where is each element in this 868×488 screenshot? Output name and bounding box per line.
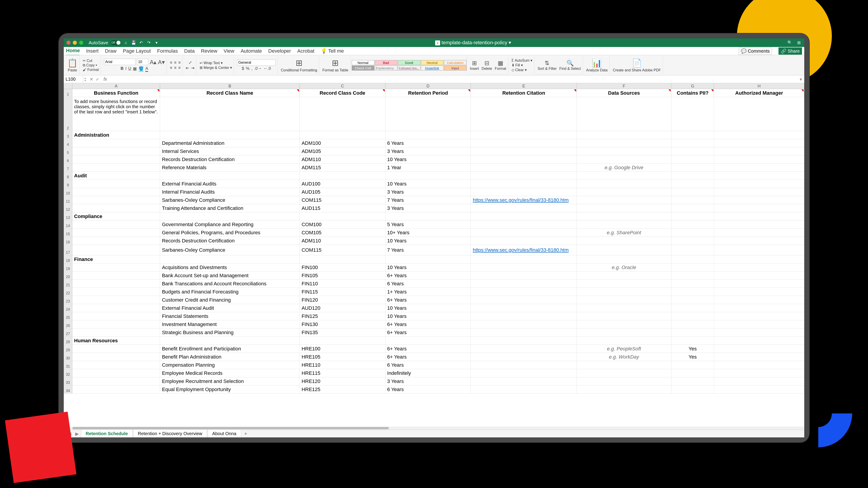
cell[interactable]: ADM110 bbox=[300, 156, 385, 163]
cell[interactable]: Audit bbox=[72, 172, 160, 180]
cell[interactable] bbox=[72, 188, 160, 196]
cell[interactable]: 6 Years bbox=[385, 139, 471, 147]
cell[interactable] bbox=[671, 172, 714, 180]
row-header[interactable]: 20 bbox=[64, 271, 72, 280]
row-header[interactable]: 11 bbox=[64, 196, 72, 204]
wrap-text-button[interactable]: ↩ Wrap Text ▾ bbox=[199, 61, 222, 65]
cell[interactable]: Yes bbox=[671, 345, 714, 353]
cell[interactable] bbox=[300, 172, 385, 180]
cell[interactable]: Finance bbox=[72, 255, 160, 263]
grid-row[interactable]: 3Administration bbox=[64, 131, 804, 139]
grid-row[interactable]: 25Financial StatementsFIN12510 Years bbox=[64, 312, 804, 320]
sheet-nav-prev-icon[interactable]: ▶ bbox=[73, 431, 81, 436]
align-bot-icon[interactable]: ≡ bbox=[178, 60, 181, 65]
cell[interactable] bbox=[714, 131, 804, 139]
row-header[interactable]: 30 bbox=[64, 353, 72, 361]
grid-row[interactable]: 15General Policies, Programs, and Proced… bbox=[64, 229, 804, 237]
style-hyperlink[interactable]: Hyperlink bbox=[421, 66, 443, 70]
clear-button[interactable]: ◇ Clear ▾ bbox=[512, 68, 527, 72]
cell[interactable] bbox=[671, 377, 714, 385]
cell[interactable] bbox=[471, 263, 577, 271]
col-header[interactable]: A bbox=[72, 83, 160, 89]
row-header[interactable]: 6 bbox=[64, 156, 72, 163]
tell-me[interactable]: 💡 Tell me bbox=[321, 47, 344, 55]
cell[interactable]: Reference Materials bbox=[160, 164, 300, 171]
cell[interactable] bbox=[714, 312, 804, 320]
cell[interactable] bbox=[671, 328, 714, 336]
cell[interactable] bbox=[471, 345, 577, 353]
cell[interactable] bbox=[714, 221, 804, 228]
border-button[interactable]: ▦ bbox=[133, 66, 137, 72]
dec-dec-icon[interactable]: ←.0 bbox=[264, 66, 271, 71]
cell[interactable] bbox=[577, 361, 671, 369]
table-header-cell[interactable]: Contains PII? bbox=[671, 89, 714, 97]
cell[interactable] bbox=[577, 147, 671, 155]
cell[interactable] bbox=[577, 337, 671, 345]
row-header[interactable]: 23 bbox=[64, 296, 72, 304]
cell[interactable]: FIN125 bbox=[300, 312, 385, 320]
cell[interactable]: FIN105 bbox=[300, 271, 385, 280]
tab-draw[interactable]: Draw bbox=[105, 47, 116, 55]
grid-row[interactable]: 19Acquisitions and DivestmentsFIN10010 Y… bbox=[64, 263, 804, 271]
tab-automate[interactable]: Automate bbox=[241, 47, 262, 55]
cell[interactable] bbox=[385, 255, 471, 263]
cell[interactable]: 10 Years bbox=[385, 180, 471, 188]
cell[interactable]: Equal Employment Opportunity bbox=[160, 385, 300, 393]
grid-row[interactable]: 26Investment ManagementFIN1306+ Years bbox=[64, 320, 804, 328]
cell[interactable] bbox=[671, 229, 714, 236]
cell[interactable]: FIN135 bbox=[300, 328, 385, 336]
grid-row[interactable]: 4Departmental AdministrationADM1006 Year… bbox=[64, 139, 804, 147]
cell[interactable] bbox=[671, 288, 714, 296]
cell[interactable] bbox=[72, 237, 160, 245]
cell[interactable] bbox=[385, 213, 471, 220]
cell[interactable] bbox=[72, 229, 160, 236]
row-header[interactable]: 26 bbox=[64, 320, 72, 328]
cell[interactable] bbox=[385, 172, 471, 180]
grid-row[interactable]: 33Employee Recruitment and SelectionHRE1… bbox=[64, 377, 804, 385]
cell[interactable] bbox=[72, 156, 160, 163]
cell[interactable] bbox=[577, 304, 671, 312]
cell[interactable] bbox=[714, 255, 804, 263]
decrease-font-icon[interactable]: A▾ bbox=[158, 59, 164, 66]
col-header[interactable]: G bbox=[671, 83, 714, 89]
cell[interactable] bbox=[72, 369, 160, 377]
cell[interactable] bbox=[714, 229, 804, 236]
cell[interactable] bbox=[714, 156, 804, 163]
style-normal[interactable]: Normal bbox=[352, 60, 374, 65]
cell[interactable] bbox=[471, 204, 577, 212]
cell[interactable] bbox=[714, 172, 804, 180]
row-header[interactable]: 25 bbox=[64, 312, 72, 320]
table-header-cell[interactable]: Retention Period bbox=[385, 89, 471, 97]
table-header-cell[interactable]: Data Sources bbox=[577, 89, 671, 97]
cell[interactable] bbox=[671, 255, 714, 263]
delete-cells-button[interactable]: ⊟Delete bbox=[482, 60, 492, 71]
adobe-pdf-button[interactable]: 📄Create and Share Adobe PDF bbox=[611, 56, 663, 74]
grid-row[interactable]: 7Reference MaterialsADM1151 Yeare.g. Goo… bbox=[64, 164, 804, 172]
cell[interactable]: 10 Years bbox=[385, 304, 471, 312]
cell[interactable]: COM105 bbox=[300, 229, 385, 236]
row-header[interactable]: 16 bbox=[64, 237, 72, 245]
row-header[interactable]: 15 bbox=[64, 229, 72, 236]
cell[interactable] bbox=[72, 361, 160, 369]
redo-icon[interactable]: ↷ bbox=[146, 40, 152, 45]
cell[interactable]: Benefit Plan Administration bbox=[160, 353, 300, 361]
align-left-icon[interactable]: ≡ bbox=[170, 66, 173, 70]
cell[interactable]: Bank Transcations and Account Reconcilia… bbox=[160, 280, 300, 288]
cell[interactable]: HRE105 bbox=[300, 353, 385, 361]
cell[interactable] bbox=[714, 337, 804, 345]
cell[interactable] bbox=[714, 139, 804, 147]
grid-row[interactable]: 31Compensation PlanningHRE1106 Years bbox=[64, 361, 804, 369]
font-size-select[interactable] bbox=[137, 59, 148, 65]
cell[interactable]: 3 Years bbox=[385, 204, 471, 212]
cell[interactable]: e.g. SharePoint bbox=[577, 229, 671, 236]
cell[interactable] bbox=[577, 271, 671, 280]
cell[interactable] bbox=[714, 369, 804, 377]
cell[interactable] bbox=[714, 180, 804, 188]
currency-icon[interactable]: $ bbox=[242, 66, 244, 71]
cell[interactable] bbox=[714, 97, 804, 131]
cell[interactable]: Training Attendance and Certification bbox=[160, 204, 300, 212]
fill-button[interactable]: ⬇ Fill ▾ bbox=[512, 63, 523, 67]
cell[interactable]: 3 Years bbox=[385, 147, 471, 155]
cell[interactable] bbox=[471, 131, 577, 139]
merge-button[interactable]: ⊞ Merge & Center ▾ bbox=[199, 66, 232, 70]
